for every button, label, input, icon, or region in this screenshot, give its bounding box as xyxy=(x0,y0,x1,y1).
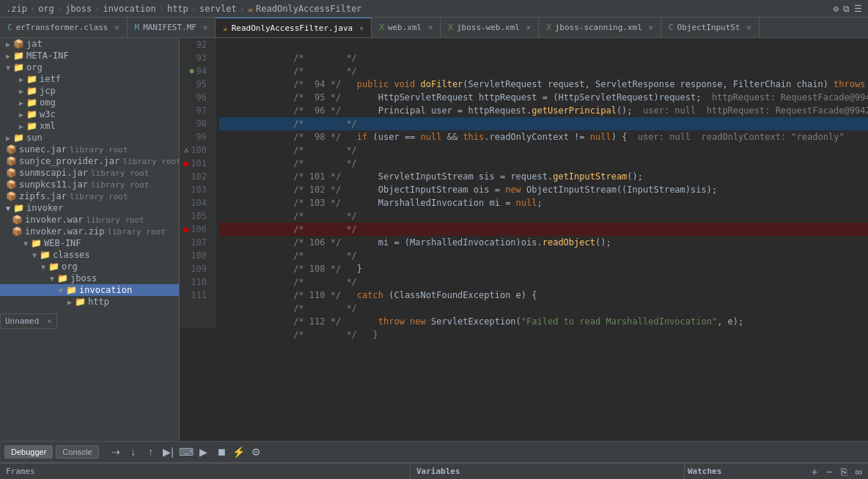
tab-java-icon: ☕ xyxy=(223,23,228,33)
tree-jcp[interactable]: ▶ 📁 jcp xyxy=(0,85,179,97)
evaluate-btn[interactable]: ⌨ xyxy=(178,444,194,460)
tree-jat[interactable]: ▶ 📦 jat xyxy=(0,38,179,50)
remove-watch-btn[interactable]: − xyxy=(823,465,836,478)
copy-watch-btn[interactable]: ⎘ xyxy=(837,465,850,478)
frames-title: Frames xyxy=(6,467,35,476)
split-icon[interactable]: ⧉ xyxy=(843,4,850,14)
tab-bar: C erTransformer.class × M MANIFEST.MF × … xyxy=(0,18,868,38)
breadcrumb-http[interactable]: http xyxy=(167,4,188,14)
tab-close-objectinputst[interactable]: × xyxy=(747,23,751,31)
tab-label-jbosswebxml: jboss-web.xml xyxy=(457,23,520,32)
watches-panel: Watches + − ⎘ ∞ ⊘ invokerName = Cannot f… xyxy=(685,464,868,479)
linenum-110: 110 xyxy=(183,275,210,289)
linenum-93: 93 xyxy=(183,51,210,64)
tree-org[interactable]: ▼ 📁 org xyxy=(0,62,179,73)
tree-zipfs[interactable]: 📦 zipfs.jar library root xyxy=(0,190,179,202)
folder-icon: 📁 xyxy=(57,273,68,283)
linenum-111: 111 xyxy=(183,289,210,302)
unnamed-tab[interactable]: Unnamed × xyxy=(0,313,57,329)
tab-webxml[interactable]: X web.xml × xyxy=(372,18,441,37)
folder-icon: 📁 xyxy=(26,86,37,96)
tab-jbossscanningxml[interactable]: X jboss-scanning.xml × xyxy=(539,18,661,37)
tab-jbosswebxml[interactable]: X jboss-web.xml × xyxy=(441,18,539,37)
watches-toolbar: Watches + − ⎘ ∞ xyxy=(685,464,868,479)
folder-icon: 📁 xyxy=(26,109,37,119)
jar-icon: 📦 xyxy=(6,168,17,178)
linenum-106[interactable]: ● 106 xyxy=(183,223,210,236)
code-content: 92 93 ● 94 95 96 97 98 99 ⚠ 100 ● 101 xyxy=(180,38,868,328)
tree-invocation[interactable]: ▼ 📁 invocation xyxy=(0,284,179,296)
tab-readonlyfilter[interactable]: ☕ ReadOnlyAccessFilter.java × xyxy=(216,18,372,37)
folder-icon: 📁 xyxy=(26,121,37,131)
tab-close-jbosswebxml[interactable]: × xyxy=(526,23,531,31)
breadcrumb-java-icon: ☕ xyxy=(248,4,253,14)
debug-panel: Frames ▶ "http-0.0.0.0-8080-3"@10,046 in… xyxy=(0,463,868,479)
tree-webinf[interactable]: ▼ 📁 WEB-INF xyxy=(0,237,179,249)
breadcrumb-jboss[interactable]: jboss xyxy=(65,4,92,14)
folder-icon: 📁 xyxy=(13,203,24,213)
step-out-btn[interactable]: ↑ xyxy=(143,444,159,460)
tree-metainf[interactable]: ▶ 📁 META-INF xyxy=(0,50,179,62)
tab-close-readonlyfilter[interactable]: × xyxy=(359,24,364,32)
frames-btn[interactable]: ⚡ xyxy=(231,444,247,460)
tree-jboss[interactable]: ▼ 📁 jboss xyxy=(0,272,179,284)
breadcrumb-invocation[interactable]: invocation xyxy=(103,4,155,14)
frames-panel: Frames ▶ "http-0.0.0.0-8080-3"@10,046 in… xyxy=(0,464,411,479)
tree-invokerwarzip[interactable]: 📦 invoker.war.zip library root xyxy=(0,226,179,237)
run-to-cursor-btn[interactable]: ▶| xyxy=(161,444,177,460)
tab-label-jbossscanningxml: jboss-scanning.xml xyxy=(555,23,642,32)
console-tab-btn[interactable]: Console xyxy=(56,445,98,458)
folder-icon: 📁 xyxy=(13,62,24,73)
watches-title: Watches xyxy=(688,467,806,476)
breadcrumb-zip[interactable]: .zip xyxy=(6,4,27,14)
tab-ertransformer[interactable]: C erTransformer.class × xyxy=(0,18,128,37)
linenum-94[interactable]: ● 94 xyxy=(183,64,210,78)
tree-omg[interactable]: ▶ 📁 omg xyxy=(0,97,179,108)
resume-btn[interactable]: ▶ xyxy=(196,444,212,460)
settings2-btn[interactable]: ⚙ xyxy=(249,444,265,460)
settings-icon[interactable]: ⚙ xyxy=(834,4,839,14)
tab-close-manifest[interactable]: × xyxy=(203,23,207,31)
tab-objectinputst[interactable]: C ObjectInputSt × xyxy=(661,18,760,37)
tree-w3c[interactable]: ▶ 📁 w3c xyxy=(0,108,179,120)
main-layout: ▶ 📦 jat ▶ 📁 META-INF ▼ 📁 org ▶ 📁 ietf ▶ … xyxy=(0,38,868,441)
tree-xml[interactable]: ▶ 📁 xml xyxy=(0,120,179,132)
add-watch-btn[interactable]: + xyxy=(808,465,821,478)
linenum-101[interactable]: ● 101 xyxy=(183,157,210,170)
tree-invokerwar[interactable]: 📦 invoker.war library root xyxy=(0,214,179,226)
linenum-92: 92 xyxy=(183,38,210,51)
tree-ietf[interactable]: ▶ 📁 ietf xyxy=(0,73,179,85)
folder-icon: 📁 xyxy=(31,238,42,248)
tree-sun[interactable]: ▶ 📁 sun xyxy=(0,132,179,144)
linenum-103: 103 xyxy=(183,183,210,196)
linenum-97: 97 xyxy=(183,104,210,117)
breadcrumb-class[interactable]: ReadOnlyAccessFilter xyxy=(256,4,362,14)
tree-sunjce[interactable]: 📦 sunjce_provider.jar library root xyxy=(0,155,179,167)
breadcrumb-org[interactable]: org xyxy=(38,4,54,14)
tree-sunmscapi[interactable]: 📦 sunmscapi.jar library root xyxy=(0,167,179,179)
tree-sunpkcs[interactable]: 📦 sunpkcs11.jar library root xyxy=(0,179,179,190)
folder-icon: 📁 xyxy=(13,133,24,143)
linenum-109: 109 xyxy=(183,262,210,275)
tab-manifest[interactable]: M MANIFEST.MF × xyxy=(128,18,216,37)
tree-sunec[interactable]: 📦 sunec.jar library root xyxy=(0,144,179,155)
tab-close-ertransformer[interactable]: × xyxy=(114,23,119,31)
tree-http[interactable]: ▶ 📁 http xyxy=(0,296,179,308)
tree-org2[interactable]: ▼ 📁 org xyxy=(0,261,179,272)
step-over-btn[interactable]: ⇢ xyxy=(108,444,124,460)
code-editor: 92 93 ● 94 95 96 97 98 99 ⚠ 100 ● 101 xyxy=(180,38,868,441)
folder-icon: 📁 xyxy=(26,74,37,84)
linenum-108: 108 xyxy=(183,249,210,262)
stop-btn[interactable]: ⏹ xyxy=(213,444,229,460)
step-into-btn[interactable]: ↓ xyxy=(125,444,141,460)
tree-invoker[interactable]: ▼ 📁 invoker xyxy=(0,202,179,214)
infinity-watch-btn[interactable]: ∞ xyxy=(852,465,865,478)
line-numbers: 92 93 ● 94 95 96 97 98 99 ⚠ 100 ● 101 xyxy=(180,38,216,328)
debugger-tab-btn[interactable]: Debugger xyxy=(4,445,53,458)
tab-close-webxml[interactable]: × xyxy=(428,23,433,31)
menu-icon[interactable]: ☰ xyxy=(854,4,862,14)
breadcrumb-servlet[interactable]: servlet xyxy=(199,4,237,14)
tree-classes[interactable]: ▼ 📁 classes xyxy=(0,249,179,261)
jar-icon: 📦 xyxy=(6,156,17,166)
tab-close-jbossscanningxml[interactable]: × xyxy=(649,23,653,31)
